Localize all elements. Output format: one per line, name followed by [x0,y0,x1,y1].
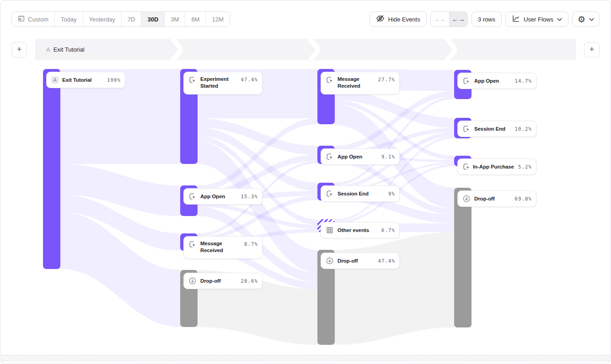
flow-link[interactable] [198,118,317,191]
drop-off-icon [188,277,197,285]
node-percentage: 9% [388,191,395,196]
hide-events-label: Hide Events [388,16,420,23]
flow-node-card-message-received[interactable]: Message Received8.7% [183,236,263,259]
date-range-yesterday[interactable]: Yesterday [83,12,122,26]
flow-node-card-session-end[interactable]: Session End10.2% [457,121,536,137]
date-range-30d[interactable]: 30D [141,12,165,26]
flow-link[interactable] [335,232,454,345]
flow-link[interactable] [335,96,454,185]
expand-arrows-icon: ←→ [452,16,465,23]
flow-node-card-drop-off[interactable]: Drop-off47.4% [321,253,400,269]
event-tap-icon [326,190,334,198]
event-tap-icon [462,163,471,171]
flow-node-card-app-open[interactable]: App Open9.1% [321,148,400,165]
date-range-6m[interactable]: 6M [185,12,206,26]
date-range-12m[interactable]: 12M [206,12,229,26]
node-label: In-App Purchase [473,164,516,170]
flow-node-card-app-open[interactable]: App Open14.7% [457,73,536,89]
flow-link[interactable] [198,127,317,191]
node-percentage: 28.6% [241,278,258,284]
date-range-label: 3M [171,16,179,23]
rows-label: 3 rows [478,16,495,23]
date-range-label: 12M [212,16,223,23]
flow-link[interactable] [198,202,317,229]
add-step-left-button[interactable]: + [11,42,27,58]
date-range-label: Custom [28,16,48,23]
start-step-label[interactable]: A Exit Tutorial [46,46,85,53]
node-label: Session End [338,190,385,197]
node-label: App Open [474,78,511,84]
event-tap-icon [188,192,197,200]
column-spacing-toggle: →← ←→ [430,11,468,27]
chevron-down-icon [589,16,594,23]
toolbar: CustomTodayYesterday7D30D3M6M12M Hide Ev… [11,11,600,27]
node-percentage: 5.2% [518,164,532,169]
collapse-arrows-icon: →← [434,16,446,23]
flow-node-card-exit-tutorial[interactable]: AExit Tutorial100% [46,72,125,88]
steps-bar: A Exit Tutorial [35,39,576,60]
date-range-label: 6M [191,16,199,23]
flow-link[interactable] [60,212,180,327]
drop-off-icon [188,277,197,285]
view-selector-label: User Flows [524,16,553,23]
flow-node-card-app-open[interactable]: App Open15.3% [183,188,263,205]
node-percentage: 6.7% [381,227,395,233]
flow-node-card-other-events[interactable]: Other events6.7% [321,222,400,238]
date-range-custom[interactable]: Custom [12,12,55,26]
node-label: Other events [338,227,378,234]
node-label: Drop-off [200,278,237,285]
drop-off-icon [326,257,334,265]
step-name: Exit Tutorial [54,46,85,53]
flow-link[interactable] [60,195,180,251]
flow-node-card-experiment-started[interactable]: Experiment Started47.4% [183,72,263,95]
event-tap-icon [462,77,471,85]
rows-button[interactable]: 3 rows [472,11,502,27]
plus-icon: + [17,45,22,54]
flow-node-card-drop-off[interactable]: Drop-off69.8% [457,190,536,207]
steps-header-row: + A Exit Tutorial + [11,39,600,60]
node-label: App Open [338,153,378,160]
flow-chart-icon [512,15,520,24]
node-label: Message Received [338,76,374,90]
hide-events-button[interactable]: Hide Events [370,11,427,27]
flow-node-bar-exit-tutorial[interactable] [43,69,60,269]
event-tap-icon [462,125,471,133]
horizontal-scrollbar[interactable] [1,355,610,361]
flow-link[interactable] [335,90,454,128]
node-percentage: 8.7% [244,241,258,247]
node-label: Session End [474,126,511,132]
node-percentage: 69.8% [515,196,532,201]
settings-dropdown[interactable]: ⚙ [572,11,600,27]
flow-link[interactable] [60,164,180,216]
expand-columns-button[interactable]: ←→ [449,12,467,26]
add-step-right-button[interactable]: + [584,42,600,58]
view-selector-dropdown[interactable]: User Flows [505,11,568,27]
flow-link[interactable] [198,118,317,155]
event-tap-icon [462,77,471,85]
eye-off-icon [376,14,385,24]
flow-node-card-session-end[interactable]: Session End9% [321,185,400,202]
flow-node-card-in-app-purchase[interactable]: In-App Purchase5.2% [457,158,536,175]
flow-node-bar-drop-off[interactable] [454,188,472,327]
event-tap-icon [188,76,197,84]
date-range-3m[interactable]: 3M [165,12,185,26]
flow-node-card-drop-off[interactable]: Drop-off28.6% [183,273,263,289]
drop-off-icon [462,195,471,203]
node-label: Drop-off [474,195,511,202]
plus-icon: + [590,45,595,54]
date-range-7d[interactable]: 7D [122,12,142,26]
date-range-today[interactable]: Today [55,12,83,26]
flow-link[interactable] [335,91,454,151]
event-tap-icon [188,192,197,200]
date-range-label: Today [61,16,77,23]
flow-link[interactable] [198,136,317,225]
node-percentage: 47.4% [378,258,395,264]
toolbar-right: Hide Events →← ←→ 3 rows [370,11,600,27]
collapse-columns-button[interactable]: →← [431,12,449,26]
event-tap-icon [462,163,471,171]
node-percentage: 27.7% [378,77,395,82]
step-chevron-icon [308,39,320,60]
step-letter: A [46,46,50,53]
node-label: Experiment Started [200,76,237,90]
flow-node-card-message-received[interactable]: Message Received27.7% [321,72,400,95]
